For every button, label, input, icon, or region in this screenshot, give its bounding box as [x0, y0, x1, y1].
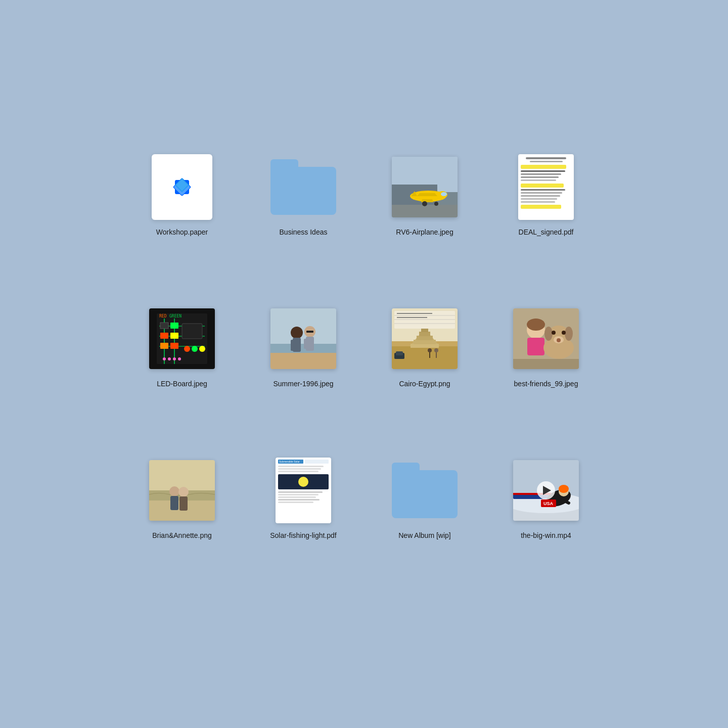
- svg-rect-8: [392, 205, 458, 217]
- file-grid: Workshop.paper Business Ideas: [142, 152, 586, 576]
- file-item-brian-annette[interactable]: Brian&Annette.png: [142, 455, 222, 576]
- svg-rect-66: [421, 329, 428, 332]
- svg-point-15: [422, 201, 427, 206]
- svg-rect-25: [160, 333, 168, 339]
- file-label-cairo-egypt: Cairo-Egypt.png: [399, 379, 450, 388]
- new-album-icon: [389, 455, 460, 526]
- desktop: Workshop.paper Business Ideas: [0, 0, 728, 728]
- svg-text:GREEN: GREEN: [169, 314, 181, 318]
- svg-rect-49: [304, 339, 308, 349]
- svg-point-38: [173, 357, 176, 360]
- svg-text:USA: USA: [543, 501, 554, 506]
- svg-point-39: [178, 357, 181, 360]
- svg-point-82: [557, 338, 561, 342]
- svg-point-84: [562, 331, 566, 335]
- file-item-big-win[interactable]: USA the-big-win.mp4: [506, 455, 586, 576]
- file-item-workshop-paper[interactable]: Workshop.paper: [142, 152, 222, 273]
- svg-text:RED: RED: [159, 314, 167, 318]
- svg-rect-24: [160, 323, 168, 329]
- business-ideas-icon: [268, 152, 339, 222]
- svg-point-100: [559, 485, 569, 493]
- solar-pdf-thumbnail: Submersible Solar: [276, 458, 331, 523]
- svg-point-37: [168, 357, 171, 360]
- svg-point-43: [291, 327, 303, 339]
- file-label-new-album: New Album [wip]: [398, 531, 450, 540]
- summer-1996-icon: [268, 303, 339, 374]
- file-item-rv6-airplane[interactable]: RV6-Airplane.jpeg: [384, 152, 465, 273]
- svg-rect-41: [270, 344, 336, 354]
- svg-rect-64: [417, 336, 433, 340]
- led-thumbnail: RED GREEN: [149, 308, 215, 369]
- workshop-paper-icon: [147, 152, 217, 222]
- svg-rect-62: [411, 344, 439, 348]
- svg-rect-45: [291, 340, 295, 351]
- file-label-brian-annette: Brian&Annette.png: [152, 531, 212, 540]
- big-win-icon: USA: [511, 455, 581, 526]
- deal-signed-icon: [511, 152, 581, 222]
- file-label-business-ideas: Business Ideas: [280, 228, 328, 237]
- folder-shape-2: [392, 463, 458, 518]
- svg-rect-26: [160, 343, 168, 349]
- svg-point-33: [184, 346, 190, 352]
- file-item-cairo-egypt[interactable]: Cairo-Egypt.png: [384, 303, 465, 425]
- best-friends-icon: [511, 303, 581, 374]
- svg-rect-72: [396, 351, 403, 355]
- svg-rect-28: [170, 333, 178, 339]
- svg-rect-75: [527, 338, 544, 355]
- svg-point-89: [169, 486, 179, 496]
- svg-rect-46: [297, 340, 301, 351]
- file-item-summer-1996[interactable]: Summer-1996.jpeg: [263, 303, 344, 425]
- svg-rect-50: [310, 339, 314, 349]
- summer-thumbnail: [270, 308, 336, 369]
- file-label-led-board: LED-Board.jpeg: [157, 379, 207, 388]
- svg-marker-11: [421, 199, 433, 202]
- friends-thumbnail: [513, 308, 579, 369]
- file-item-solar-fishing[interactable]: Submersible Solar So: [263, 455, 344, 576]
- svg-rect-85: [513, 359, 579, 369]
- cairo-egypt-icon: [389, 303, 460, 374]
- airplane-thumbnail: [392, 157, 458, 217]
- file-item-new-album[interactable]: New Album [wip]: [384, 455, 465, 576]
- brian-annette-icon: [147, 455, 217, 526]
- file-label-summer-1996: Summer-1996.jpeg: [273, 379, 333, 388]
- file-label-workshop-paper: Workshop.paper: [156, 228, 208, 237]
- file-label-rv6-airplane: RV6-Airplane.jpeg: [396, 228, 453, 237]
- rv6-airplane-icon: [389, 152, 460, 222]
- svg-point-36: [163, 357, 166, 360]
- svg-point-83: [552, 331, 556, 335]
- svg-point-80: [565, 327, 573, 341]
- svg-rect-63: [414, 340, 436, 344]
- svg-rect-27: [170, 323, 178, 329]
- led-board-icon: RED GREEN: [147, 303, 217, 374]
- svg-point-35: [199, 346, 205, 352]
- video-thumbnail: USA: [513, 460, 579, 521]
- svg-rect-40: [270, 308, 336, 346]
- svg-point-67: [428, 348, 432, 352]
- svg-rect-90: [170, 496, 178, 510]
- svg-rect-42: [270, 353, 336, 369]
- svg-rect-65: [419, 332, 430, 336]
- file-item-best-friends[interactable]: best-friends_99.jpeg: [506, 303, 586, 425]
- beach-thumbnail: [149, 460, 215, 521]
- file-label-big-win: the-big-win.mp4: [521, 531, 571, 540]
- svg-marker-10: [417, 193, 437, 196]
- svg-point-13: [441, 192, 447, 196]
- svg-point-91: [178, 487, 189, 497]
- svg-point-76: [527, 318, 545, 331]
- play-button-overlay: [537, 481, 555, 499]
- file-item-business-ideas[interactable]: Business Ideas: [263, 152, 344, 273]
- svg-rect-92: [179, 496, 188, 511]
- file-item-deal-signed[interactable]: DEAL_signed.pdf: [506, 152, 586, 273]
- solar-fishing-icon: Submersible Solar: [268, 455, 339, 526]
- file-item-led-board[interactable]: RED GREEN LED-Board.jpeg: [142, 303, 222, 425]
- svg-point-34: [192, 346, 198, 352]
- pdf-thumbnail: [518, 154, 574, 220]
- file-label-deal-signed: DEAL_signed.pdf: [519, 228, 574, 237]
- file-label-best-friends: best-friends_99.jpeg: [514, 379, 578, 388]
- svg-rect-51: [306, 331, 313, 333]
- dropbox-logo-icon: [169, 174, 195, 200]
- svg-point-69: [434, 348, 438, 352]
- file-label-solar-fishing: Solar-fishing-light.pdf: [270, 531, 337, 540]
- svg-rect-32: [182, 324, 202, 339]
- svg-rect-29: [170, 343, 178, 349]
